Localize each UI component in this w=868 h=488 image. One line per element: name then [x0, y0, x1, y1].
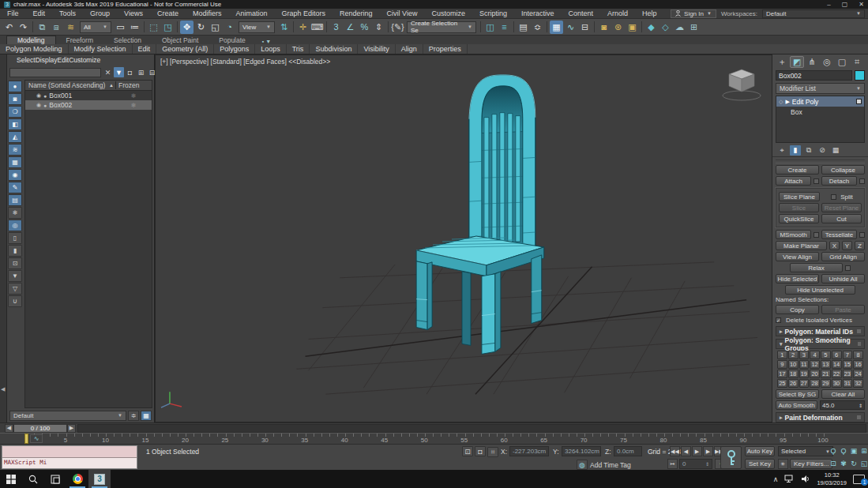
ribbon-panel-edit[interactable]: Edit [133, 44, 157, 54]
explorer-menu-edit[interactable]: Edit [58, 56, 70, 64]
smoothing-group-11[interactable]: 11 [799, 360, 810, 369]
key-step-toggle-icon[interactable]: ↦ [667, 459, 678, 469]
smoothing-group-24[interactable]: 24 [853, 370, 863, 378]
ribbon-panel-polygons[interactable]: Polygons [214, 44, 255, 54]
list-item-box002[interactable]: ◉●Box002❄ [25, 100, 152, 110]
grid-align-button[interactable]: Grid Align [821, 252, 865, 261]
smoothing-group-26[interactable]: 26 [788, 379, 798, 388]
tray-expand-icon[interactable]: ∧ [773, 475, 779, 483]
make-unique-icon[interactable]: ⧉ [803, 145, 814, 156]
key-filters-button[interactable]: Key Filters... [790, 459, 832, 469]
smoothing-group-25[interactable]: 25 [777, 379, 787, 388]
create-button[interactable]: Create [776, 165, 819, 175]
schematic-view-icon[interactable]: ⊟ [578, 21, 592, 34]
smoothing-group-2[interactable]: 2 [788, 351, 798, 359]
ribbon-tab-freeform[interactable]: Freeform [56, 36, 103, 44]
select-by-name-icon[interactable]: ≔ [128, 21, 141, 34]
smoothing-group-29[interactable]: 29 [821, 379, 831, 388]
curve-editor-icon[interactable]: ∿ [564, 21, 577, 34]
hide-unselected-button[interactable]: Hide Unselected [785, 285, 855, 295]
layer-dropdown[interactable]: Default ▼ [9, 411, 126, 421]
menu-item-graph-editors[interactable]: Graph Editors [274, 9, 333, 17]
auto-key-button[interactable]: Auto Key [745, 446, 775, 456]
previous-frame-icon[interactable]: ◀ [681, 446, 691, 456]
percent-snap-icon[interactable]: % [358, 21, 371, 34]
unlink-selection-icon[interactable]: ⧈ [50, 21, 63, 34]
menu-item-content[interactable]: Content [561, 9, 600, 17]
rendered-frame-icon[interactable]: ▣ [626, 21, 639, 34]
next-frame-icon[interactable]: ▶ [703, 446, 713, 456]
taskbar-search-button[interactable] [22, 470, 44, 488]
display-objects-icon[interactable]: ▮ [8, 245, 22, 257]
cut-button[interactable]: Cut [821, 214, 862, 223]
rollout-smoothing-groups[interactable]: ▾ Polygon: Smoothing Groups [776, 339, 865, 349]
display-xrefs-icon[interactable]: ◉ [8, 169, 22, 181]
display-lights-icon[interactable]: ❍ [8, 106, 22, 118]
render-iterative-icon[interactable]: ◇ [659, 21, 672, 34]
collapse-panel-icon[interactable]: ◀ [1, 386, 5, 392]
menu-item-interactive[interactable]: Interactive [514, 9, 562, 17]
slice-plane-button[interactable]: Slice Plane [779, 192, 820, 201]
display-containers-icon[interactable]: ▤ [8, 194, 22, 206]
rectangular-selection-region-icon[interactable]: ⬚ [147, 21, 160, 34]
play-icon[interactable]: ▶ [692, 446, 702, 456]
display-frozen-icon[interactable]: ❄ [8, 207, 22, 219]
taskbar-clock[interactable]: 10:32 19/03/2019 [817, 471, 847, 486]
zoom-icon[interactable]: Ϙ [829, 446, 838, 456]
tab-utilities[interactable]: ⌗ [850, 56, 864, 68]
tessellate-button[interactable]: Tessellate [821, 230, 857, 239]
menu-item-tools[interactable]: Tools [52, 9, 83, 17]
maxscript-mini-listener[interactable]: MAXScript Mi [2, 445, 137, 469]
menu-item-create[interactable]: Create [150, 9, 186, 17]
reference-coordinate-dropdown[interactable]: View▼ [239, 21, 275, 33]
smoothing-group-9[interactable]: 9 [777, 360, 787, 369]
ribbon-panel-align[interactable]: Align [396, 44, 423, 54]
menu-item-help[interactable]: Help [635, 9, 664, 17]
key-mode-dropdown[interactable]: Selected▼ [778, 446, 833, 456]
smoothing-group-6[interactable]: 6 [832, 351, 842, 359]
snaps-toggle-3d-icon[interactable]: 3 [329, 21, 343, 34]
chair-model[interactable] [416, 75, 544, 354]
clear-search-icon[interactable]: ✕ [103, 67, 113, 77]
ribbon-tab-populate[interactable]: Populate [209, 36, 256, 44]
track-bar[interactable]: ∿ 51015202530354045505560657075808590951… [0, 433, 868, 444]
smoothing-group-28[interactable]: 28 [810, 379, 820, 388]
display-helpers-icon[interactable]: ◭ [8, 131, 22, 143]
current-frame-marker[interactable] [24, 434, 28, 444]
smoothing-group-20[interactable]: 20 [810, 370, 820, 378]
smoothing-group-8[interactable]: 8 [853, 351, 863, 359]
tessellate-settings-icon[interactable] [859, 232, 865, 238]
display-properties-icon[interactable]: ⊡ [8, 257, 22, 269]
menu-item-rendering[interactable]: Rendering [333, 9, 380, 17]
key-filter-icon[interactable]: ✳ [778, 459, 788, 469]
render-production-icon[interactable]: ◆ [644, 21, 658, 34]
attach-button[interactable]: Attach [776, 176, 811, 186]
material-editor-icon[interactable]: ◙ [597, 21, 611, 34]
unhide-all-button[interactable]: Unhide All [821, 274, 865, 283]
smoothing-group-14[interactable]: 14 [832, 360, 842, 369]
smoothing-group-4[interactable]: 4 [810, 351, 820, 359]
zoom-extents-icon[interactable]: ▣ [849, 446, 859, 456]
network-icon[interactable] [784, 475, 795, 483]
advanced-filter-icon[interactable]: ▽ [8, 283, 22, 295]
modifier-list-dropdown[interactable]: Modifier List ▼ [776, 83, 865, 94]
current-frame-field[interactable]: 0⇕ [679, 459, 712, 469]
maximize-viewport-icon[interactable]: ◱ [859, 459, 868, 468]
close-button[interactable]: ✕ [859, 1, 864, 8]
smoothing-group-32[interactable]: 32 [853, 379, 863, 388]
attach-settings-icon[interactable] [814, 178, 819, 184]
smoothing-group-1[interactable]: 1 [777, 351, 787, 359]
x-coordinate-field[interactable]: -227.203cm [509, 446, 549, 456]
taskbar-3dsmax-button[interactable]: 3 [88, 470, 111, 488]
spinner-snap-icon[interactable]: ⇕ [372, 21, 385, 34]
select-and-move-icon[interactable]: ✥ [180, 21, 194, 34]
selection-set-dropdown[interactable]: Create Selection Se▼ [407, 21, 476, 33]
zoom-all-icon[interactable]: Ϙ [839, 446, 848, 456]
render-gallery-icon[interactable]: ⊞ [687, 21, 701, 34]
mini-curve-editor-icon[interactable]: ∿ [30, 434, 43, 443]
time-slider-track[interactable] [77, 424, 866, 433]
filter-combinations-icon[interactable]: ▼ [8, 270, 22, 282]
rollout-material-ids[interactable]: ▸ Polygon: Material IDs [776, 326, 865, 336]
time-slider-handle[interactable]: 0 / 100 [13, 424, 67, 433]
menu-item-group[interactable]: Group [83, 9, 117, 17]
